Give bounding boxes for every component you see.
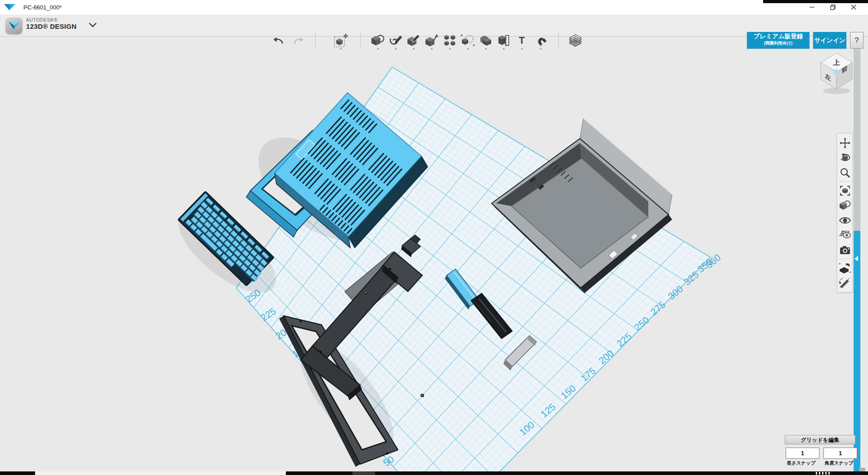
combine-dropdown-caret[interactable]: ▼	[478, 47, 494, 50]
edit-grid-button[interactable]: グリッドを編集	[785, 435, 855, 444]
layers-icon	[569, 34, 582, 47]
sketch-tool-button[interactable]	[388, 34, 404, 47]
combine-icon	[479, 35, 492, 46]
construct-tool-button[interactable]	[406, 34, 422, 47]
orbit-button[interactable]	[837, 150, 852, 165]
pattern-icon	[444, 35, 456, 46]
snap-grid-button[interactable]	[837, 260, 852, 275]
group-icon	[461, 35, 475, 46]
help-button[interactable]: ?	[850, 32, 863, 49]
ruler-pencil-icon	[839, 278, 851, 288]
transform-tool-button[interactable]	[333, 34, 349, 47]
undo-icon	[272, 36, 284, 45]
camera-icon	[840, 246, 850, 255]
length-snap-input[interactable]	[786, 448, 819, 459]
sketch-grid: 2502252001751501251005010012515017520022…	[236, 67, 723, 471]
toolbar-separator	[360, 33, 361, 47]
screenshot-button[interactable]	[837, 242, 852, 257]
shading-icon	[839, 200, 851, 211]
viewcube-top-label[interactable]: 上	[833, 58, 840, 66]
primitives-tool-button[interactable]	[370, 34, 386, 47]
group-tool-button[interactable]	[460, 34, 476, 47]
snap-magnet-icon	[839, 263, 851, 273]
measure-tool-button-nav[interactable]	[837, 275, 852, 290]
premium-signup-note: (商業利用向け)	[747, 40, 809, 46]
redo-button[interactable]	[290, 34, 307, 47]
primitives-icon	[371, 35, 385, 46]
app-icon	[4, 4, 16, 12]
brand-123d-design: 123D® DESIGN	[26, 23, 77, 31]
modify-tool-button[interactable]	[424, 34, 440, 47]
pan-icon	[840, 138, 850, 148]
construct-dropdown-caret[interactable]: ▼	[406, 47, 422, 50]
primitives-dropdown-caret[interactable]: ▼	[370, 47, 386, 50]
combine-tool-button[interactable]	[478, 34, 494, 47]
screen-edge-strip	[763, 0, 868, 3]
eye-icon	[839, 216, 851, 224]
angle-snap-input[interactable]	[823, 448, 857, 459]
close-icon	[851, 4, 856, 10]
measure-tool-button[interactable]	[496, 34, 512, 47]
nav-separator	[839, 181, 850, 182]
title-bar: PC-6601_000*	[0, 0, 868, 15]
measure-icon	[497, 34, 510, 47]
length-snap-label: 長さスナップ	[785, 460, 818, 466]
shading-button[interactable]	[837, 198, 852, 213]
grid-settings-panel: グリッドを編集 長さスナップ 角度スナップ	[785, 435, 857, 444]
signin-button[interactable]: サインイン	[813, 32, 846, 49]
taskbar-clock-clipped	[816, 472, 836, 475]
menu-chevron-icon[interactable]	[89, 23, 96, 27]
construct-icon	[407, 35, 420, 46]
snap-dropdown-caret[interactable]: ▼	[533, 47, 549, 50]
grid-eye-icon	[839, 230, 851, 240]
panel-expand-arrow-icon[interactable]	[854, 256, 858, 261]
123d-logo-icon	[8, 21, 20, 30]
window-title: PC-6601_000*	[23, 4, 62, 11]
modify-dropdown-caret[interactable]: ▼	[424, 47, 440, 50]
text-dropdown-caret[interactable]: ▼	[514, 47, 530, 50]
view-cube[interactable]: 上 左 前	[814, 48, 859, 97]
hide-show-button[interactable]	[837, 213, 852, 228]
restore-icon	[830, 4, 836, 10]
text-icon: T	[516, 35, 527, 46]
pattern-dropdown-caret[interactable]: ▼	[442, 47, 458, 50]
undo-button[interactable]	[270, 34, 286, 47]
taskbar-active-app[interactable]	[353, 471, 375, 475]
sketch-dropdown-caret[interactable]: ▼	[388, 47, 404, 50]
main-toolbar: AUTODESK® 123D® DESIGN ▼	[0, 15, 868, 36]
modify-icon	[425, 34, 439, 47]
magnet-icon	[534, 35, 547, 46]
material-layers-button[interactable]	[567, 34, 583, 47]
premium-signup-button[interactable]: プレミアム版登録 (商業利用向け)	[747, 32, 809, 49]
brand-autodesk: AUTODESK®	[26, 18, 77, 23]
sketch-icon	[389, 35, 402, 46]
nav-separator	[839, 259, 850, 259]
snap-tool-button[interactable]	[533, 34, 549, 47]
svg-text:T: T	[519, 35, 525, 46]
app-logo[interactable]	[5, 17, 23, 34]
3d-viewport[interactable]: 2502252001751501251005010012515017520022…	[0, 36, 868, 471]
pattern-tool-button[interactable]	[442, 34, 458, 47]
fit-view-icon	[840, 185, 850, 196]
transform-dropdown-caret[interactable]: ▼	[333, 47, 349, 50]
pan-button[interactable]	[837, 135, 852, 150]
os-taskbar[interactable]	[0, 471, 868, 475]
side-panel-track[interactable]	[854, 36, 860, 231]
text-tool-button[interactable]: T	[514, 34, 530, 47]
scene-canvas: 2502252001751501251005010012515017520022…	[0, 36, 868, 471]
fit-view-button[interactable]	[837, 183, 852, 198]
taskbar-search-area[interactable]	[35, 471, 286, 475]
angle-snap-label: 角度スナップ	[823, 460, 855, 466]
toolbar-separator	[315, 33, 316, 47]
premium-signup-label: プレミアム版登録	[747, 33, 809, 40]
transform-icon	[334, 33, 349, 48]
zoom-button[interactable]	[837, 165, 852, 180]
redo-icon	[293, 36, 304, 45]
taskbar-corner-notch	[859, 468, 865, 471]
brand-text: AUTODESK® 123D® DESIGN	[26, 18, 77, 30]
grid-visibility-button[interactable]	[837, 228, 852, 242]
group-dropdown-caret[interactable]: ▼	[460, 47, 476, 50]
orbit-icon	[840, 152, 850, 163]
toolbar-separator	[558, 33, 559, 47]
measure-dropdown-caret[interactable]: ▼	[496, 47, 512, 50]
